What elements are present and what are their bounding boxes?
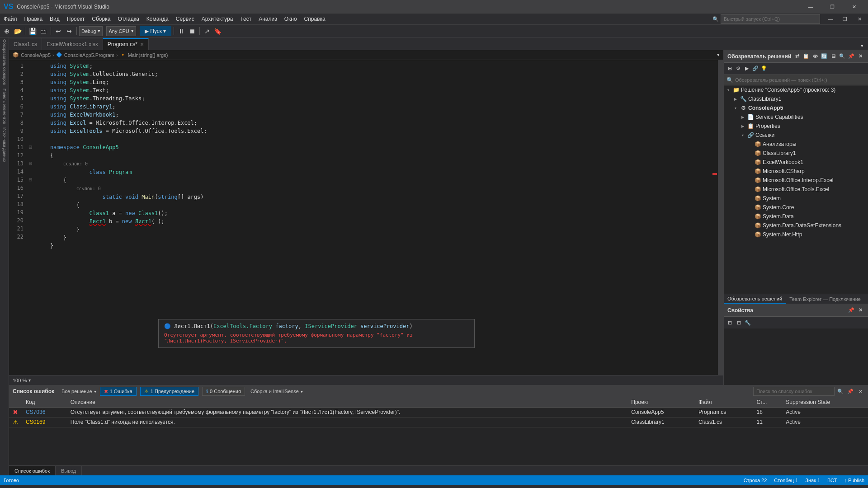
activity-toolbox[interactable]: Панель элементов — [2, 89, 7, 124]
menu-debug[interactable]: Отладка — [114, 14, 142, 25]
activity-server-explorer[interactable]: Обозреватель серверов — [2, 39, 7, 85]
tree-refs[interactable]: ▾ 🔗 Ссылки — [724, 131, 868, 140]
menu-project[interactable]: Проект — [63, 14, 89, 25]
toolbar-save[interactable]: 💾 — [28, 26, 38, 36]
tree-consoleapp5[interactable]: ▾ ⚙ ConsoleApp5 — [724, 103, 868, 113]
tab-excelworkbook[interactable]: ExcelWorkbook1.xlsx — [42, 38, 103, 50]
props-expand[interactable]: ▶ — [740, 123, 745, 129]
menu-build[interactable]: Сборка — [88, 14, 114, 25]
breadcrumb-expand[interactable]: ▾ — [717, 52, 720, 57]
quick-launch-input[interactable] — [721, 14, 820, 24]
se-tb-5[interactable]: 💡 — [760, 65, 768, 73]
col-code[interactable]: Код — [22, 397, 67, 407]
tree-ref-sc[interactable]: 📦 System.Core — [724, 203, 868, 212]
menu-file[interactable]: Файл — [0, 14, 21, 25]
menu-analyze[interactable]: Анализ — [255, 14, 281, 25]
col-project[interactable]: Проект — [627, 397, 695, 407]
menu-tools[interactable]: Сервис — [172, 14, 198, 25]
tree-ref-moie[interactable]: 📦 Microsoft.Office.Interop.Excel — [724, 176, 868, 185]
minimize-button[interactable]: — — [800, 0, 821, 14]
se-tb-1[interactable]: ⊞ — [726, 65, 734, 73]
tab-class1[interactable]: Class1.cs — [9, 38, 42, 50]
se-close-btn[interactable]: ✕ — [856, 52, 864, 61]
table-row[interactable]: ⚠ CS0169 Поле "Class1.d" никогда не испо… — [9, 417, 868, 427]
col-file[interactable]: Файл — [695, 397, 753, 407]
error-filter-errors[interactable]: ✖ 1 Ошибка — [100, 387, 137, 396]
breadcrumb-member[interactable]: Main(string[] args) — [128, 52, 168, 58]
bottom-tab-output[interactable]: Вывод — [56, 466, 82, 476]
col-desc[interactable]: Описание — [67, 397, 627, 407]
zoom-dropdown[interactable]: ▾ — [28, 378, 31, 383]
tree-ref-snh[interactable]: 📦 System.Net.Http — [724, 230, 868, 239]
error-search-input[interactable] — [753, 387, 835, 396]
build-dropdown[interactable]: ▾ — [301, 389, 303, 394]
cl1-expand[interactable]: ▶ — [733, 96, 738, 102]
tab-program[interactable]: Program.cs* ✕ — [103, 38, 149, 50]
se-show-all-btn[interactable]: 👁 — [811, 52, 819, 61]
activity-data[interactable]: Источники данных — [2, 127, 7, 162]
props-close[interactable]: ✕ — [856, 306, 864, 314]
tree-ref-analyzers[interactable]: 📦 Анализаторы — [724, 140, 868, 149]
se-tb-3[interactable]: ▶ — [743, 65, 751, 73]
solution-expand[interactable]: ▾ — [726, 87, 731, 93]
menu-view[interactable]: Вид — [46, 14, 63, 25]
sc-expand[interactable]: ▶ — [740, 114, 745, 120]
tab-close-icon[interactable]: ✕ — [140, 42, 144, 47]
toolbar-btn-7[interactable]: ↗ — [202, 26, 212, 36]
close-extra[interactable]: ✕ — [853, 14, 866, 25]
minimize-extra[interactable]: — — [824, 14, 837, 25]
zoom-level[interactable]: 100 % — [13, 378, 27, 383]
col-suppression[interactable]: Suppression State — [782, 397, 868, 407]
props-tb-3[interactable]: 🔧 — [744, 319, 752, 327]
restore-extra[interactable]: ❐ — [838, 14, 852, 25]
refs-expand[interactable]: ▾ — [740, 132, 745, 138]
bottom-tab-errors[interactable]: Список ошибок — [9, 466, 56, 476]
tree-properties[interactable]: ▶ 📋 Properties — [724, 122, 868, 131]
se-sync-btn[interactable]: ⇄ — [793, 52, 801, 61]
se-search-input[interactable] — [735, 77, 865, 83]
breadcrumb-project-label[interactable]: ConsoleApp5 — [21, 52, 51, 58]
se-tb-2[interactable]: ⚙ — [734, 65, 742, 73]
tree-solution[interactable]: ▾ 📁 Решение "ConsoleApp5" (проектов: 3) — [724, 85, 868, 94]
row-code[interactable]: CS0169 — [22, 417, 67, 427]
breadcrumb-class[interactable]: ConsoleApp5.Program — [64, 52, 114, 58]
se-pin-btn[interactable]: 📌 — [847, 52, 855, 61]
tree-ref-cl1[interactable]: 📦 ClassLibrary1 — [724, 149, 868, 158]
props-tb-2[interactable]: ⊟ — [735, 319, 743, 327]
platform-dropdown[interactable]: Any CPU ▾ — [106, 26, 136, 36]
bottom-close[interactable]: ✕ — [856, 387, 864, 395]
tree-ref-mcs[interactable]: 📦 Microsoft.CSharp — [724, 167, 868, 176]
menu-team[interactable]: Команда — [143, 14, 172, 25]
run-button[interactable]: ▶ Пуск ▾ — [140, 26, 171, 36]
toolbar-open[interactable]: 📂 — [13, 26, 23, 36]
menu-test[interactable]: Тест — [236, 14, 255, 25]
se-props-btn[interactable]: 📋 — [802, 52, 810, 61]
props-tb-1[interactable]: ⊞ — [726, 319, 734, 327]
menu-window[interactable]: Окно — [281, 14, 301, 25]
tree-classlibrary1[interactable]: ▶ 🔧 ClassLibrary1 — [724, 94, 868, 103]
scope-dropdown[interactable]: ▾ — [94, 389, 96, 394]
tree-ref-sdde[interactable]: 📦 System.Data.DataSetExtensions — [724, 221, 868, 230]
row-code[interactable]: CS7036 — [22, 407, 67, 417]
error-filter-messages[interactable]: ℹ 0 Сообщения — [202, 387, 245, 396]
se-tab-solution[interactable]: Обозреватель решений — [724, 294, 786, 304]
toolbar-btn-5[interactable]: ⏸ — [176, 26, 186, 36]
tree-service-capabilities[interactable]: ▶ 📄 Service Capabilities — [724, 113, 868, 122]
error-search-btn[interactable]: 🔍 — [836, 387, 844, 395]
table-row[interactable]: ✖ CS7036 Отсутствует аргумент, соответст… — [9, 407, 868, 417]
menu-edit[interactable]: Правка — [21, 14, 47, 25]
se-refresh-btn[interactable]: 🔄 — [820, 52, 828, 61]
menu-architecture[interactable]: Архитектура — [198, 14, 237, 25]
restore-button[interactable]: ❐ — [822, 0, 843, 14]
toolbar-save-all[interactable]: 🗃 — [38, 26, 48, 36]
se-search-btn[interactable]: 🔍 — [838, 52, 846, 61]
editor-main[interactable]: 12345 678910 1112131415 1617181920 2122 … — [9, 60, 723, 375]
se-tb-4[interactable]: 🔗 — [751, 65, 760, 73]
tab-dropdown[interactable]: ▾ — [858, 42, 866, 50]
menu-help[interactable]: Справка — [301, 14, 329, 25]
ca5-expand[interactable]: ▾ — [733, 105, 738, 111]
toolbar-undo[interactable]: ↩ — [53, 26, 63, 36]
tree-ref-mote[interactable]: 📦 Microsoft.Office.Tools.Excel — [724, 185, 868, 194]
tree-ref-sys[interactable]: 📦 System — [724, 194, 868, 203]
toolbar-new[interactable]: ⊕ — [2, 26, 12, 36]
